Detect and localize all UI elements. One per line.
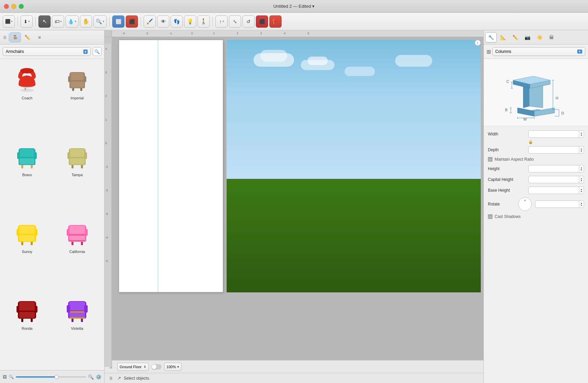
- capital-height-stepper[interactable]: ▲▼: [579, 176, 584, 183]
- list-item[interactable]: Sunny: [3, 215, 52, 291]
- resize-button[interactable]: ⤡: [229, 15, 241, 28]
- svg-text:B: B: [505, 108, 507, 112]
- rotate-stepper[interactable]: ▲▼: [579, 201, 584, 208]
- floor-selector[interactable]: Ground Floor ⇕: [117, 363, 149, 371]
- svg-rect-14: [20, 158, 34, 164]
- footprint-button[interactable]: 👣: [171, 15, 183, 28]
- list-item[interactable]: Imperial: [53, 62, 102, 137]
- column-3d-diagram: C H B W D: [484, 59, 588, 126]
- tab-settings[interactable]: ≡: [34, 32, 45, 42]
- tab-properties[interactable]: 🔧: [485, 32, 497, 42]
- status-panel-icon[interactable]: |||: [107, 375, 115, 382]
- select-tool-button[interactable]: ↖: [38, 15, 51, 28]
- settings-icon[interactable]: ⚙️: [96, 374, 101, 380]
- depth-label: Depth: [488, 148, 528, 152]
- item-image-coach: [10, 64, 44, 95]
- flag-button[interactable]: 🚩: [269, 15, 282, 28]
- list-item[interactable]: Coach: [3, 62, 52, 137]
- right-panel-properties: Width ▲▼ 🔒 Depth ▲▼: [484, 126, 588, 383]
- close-button[interactable]: [4, 4, 9, 9]
- download-button[interactable]: ⬇ ▾: [21, 15, 33, 28]
- zoom-slider[interactable]: [16, 376, 86, 378]
- zoom-tool-button[interactable]: 🔍 ▾: [93, 15, 107, 28]
- height-label: Height: [488, 166, 528, 171]
- toggle-switch[interactable]: [151, 364, 161, 370]
- eyedropper-button[interactable]: 💧 ▾: [65, 15, 79, 28]
- tab-light[interactable]: ☀️: [534, 32, 545, 42]
- height-input[interactable]: ▲▼: [528, 165, 584, 172]
- floor-3d-button[interactable]: ⬛: [126, 15, 138, 28]
- svg-marker-59: [534, 108, 555, 116]
- visibility-button[interactable]: 👁: [157, 15, 169, 28]
- info-button[interactable]: i: [475, 40, 481, 46]
- svg-rect-47: [35, 306, 37, 313]
- rotate-button[interactable]: ↺: [242, 15, 255, 28]
- share-button[interactable]: ↑ ▾: [215, 15, 228, 28]
- canvas-viewport[interactable]: i: [112, 37, 483, 360]
- walkthrough-button[interactable]: 🚶: [198, 15, 210, 28]
- zoom-in-icon[interactable]: 🔍: [88, 374, 94, 380]
- section-collapse-button[interactable]: —: [488, 157, 493, 162]
- tab-materials[interactable]: ✏️: [22, 32, 33, 42]
- maximize-button[interactable]: [19, 4, 24, 9]
- canvas-bottom-bar: ||| Ground Floor ⇕ 100% ▾: [105, 360, 483, 373]
- height-row: Height ▲▼: [488, 165, 584, 172]
- toggle-knob: [152, 364, 156, 369]
- tab-objects[interactable]: 🪑: [9, 32, 21, 42]
- base-height-value[interactable]: [529, 187, 579, 194]
- list-item[interactable]: Tampa: [53, 138, 102, 214]
- base-height-input[interactable]: ▲▼: [528, 187, 584, 194]
- list-item[interactable]: Violetta: [53, 292, 102, 368]
- capital-height-input[interactable]: ▲▼: [528, 176, 584, 183]
- depth-input[interactable]: ▲▼: [528, 146, 584, 154]
- object-type-selector[interactable]: Columns ▾: [492, 47, 585, 56]
- record-button[interactable]: ⬛: [256, 15, 268, 28]
- depth-stepper[interactable]: ▲▼: [579, 147, 584, 153]
- width-stepper[interactable]: ▲▼: [579, 131, 584, 137]
- tab-geometry[interactable]: 📐: [497, 32, 509, 42]
- svg-marker-58: [518, 108, 534, 116]
- item-label-sunny: Sunny: [22, 250, 32, 254]
- width-value[interactable]: [529, 131, 579, 137]
- rotate-input[interactable]: ▲▼: [535, 200, 584, 208]
- capital-height-value[interactable]: [529, 176, 579, 183]
- floor-2d-button[interactable]: ⬜: [112, 15, 124, 28]
- search-button[interactable]: 🔍: [93, 47, 101, 56]
- base-height-stepper[interactable]: ▲▼: [579, 187, 584, 194]
- height-stepper[interactable]: ▲▼: [579, 165, 584, 172]
- minimize-button[interactable]: [11, 4, 16, 9]
- cast-shadows-collapse[interactable]: —: [488, 214, 493, 219]
- height-value[interactable]: [529, 165, 579, 172]
- floor-plan-canvas[interactable]: [119, 40, 223, 292]
- hand-tool-button[interactable]: ✋: [80, 15, 92, 28]
- svg-rect-54: [69, 302, 85, 311]
- list-item[interactable]: Ronda: [3, 292, 52, 368]
- 3d-viewport[interactable]: [227, 40, 481, 292]
- window-title: Untitled 2 — Edited ▾: [273, 4, 315, 9]
- tab-camera[interactable]: 📷: [522, 32, 533, 42]
- list-item[interactable]: Bravo: [3, 138, 52, 214]
- zoom-out-icon[interactable]: 🔍: [9, 375, 14, 379]
- rotate-knob[interactable]: [518, 197, 532, 211]
- panel-collapse-button[interactable]: |||: [1, 34, 9, 41]
- list-item[interactable]: California: [53, 215, 102, 291]
- rotate-value[interactable]: [535, 201, 579, 208]
- svg-rect-30: [17, 229, 19, 236]
- tab-architecture[interactable]: 🏛: [546, 32, 557, 42]
- navigator-button[interactable]: ⬛ ▾: [3, 15, 15, 28]
- depth-value[interactable]: [529, 147, 579, 153]
- materials-button[interactable]: 🏷 ▾: [52, 15, 64, 28]
- image-icon[interactable]: 🖼: [3, 375, 7, 379]
- cast-shadows-section: — Cast Shadows: [488, 214, 584, 219]
- paint-button[interactable]: 🖌️: [144, 15, 156, 28]
- width-input[interactable]: ▲▼: [528, 130, 584, 138]
- light-button[interactable]: 💡: [184, 15, 196, 28]
- item-image-violetta: [60, 295, 94, 325]
- zoom-percent-selector[interactable]: 100% ▾: [164, 363, 181, 371]
- items-grid: Coach Imperial: [0, 59, 104, 370]
- item-image-bravo: [10, 141, 44, 171]
- cloud-2: [260, 50, 287, 62]
- tab-edit[interactable]: ✏️: [509, 32, 521, 42]
- category-dropdown[interactable]: Armchairs ▾: [3, 47, 91, 56]
- separator-5: [212, 17, 213, 26]
